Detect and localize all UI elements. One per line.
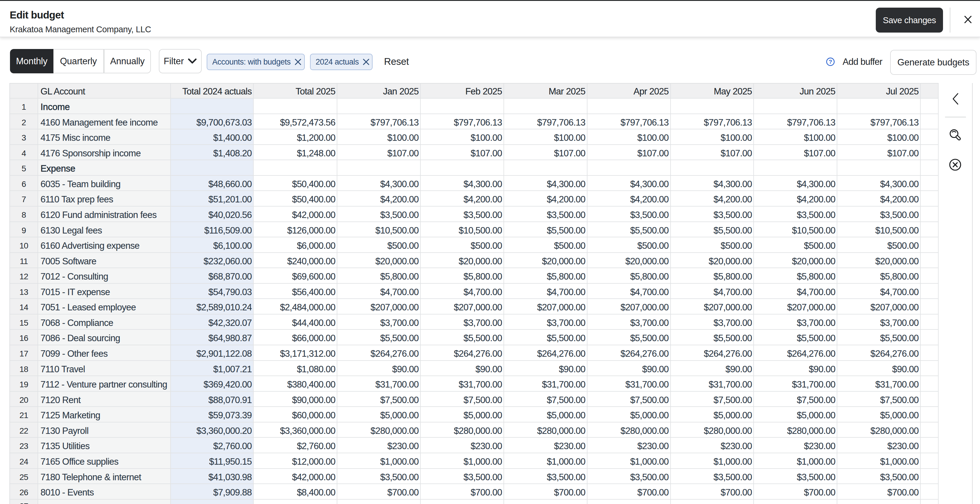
svg-text:?: ? <box>829 59 832 65</box>
